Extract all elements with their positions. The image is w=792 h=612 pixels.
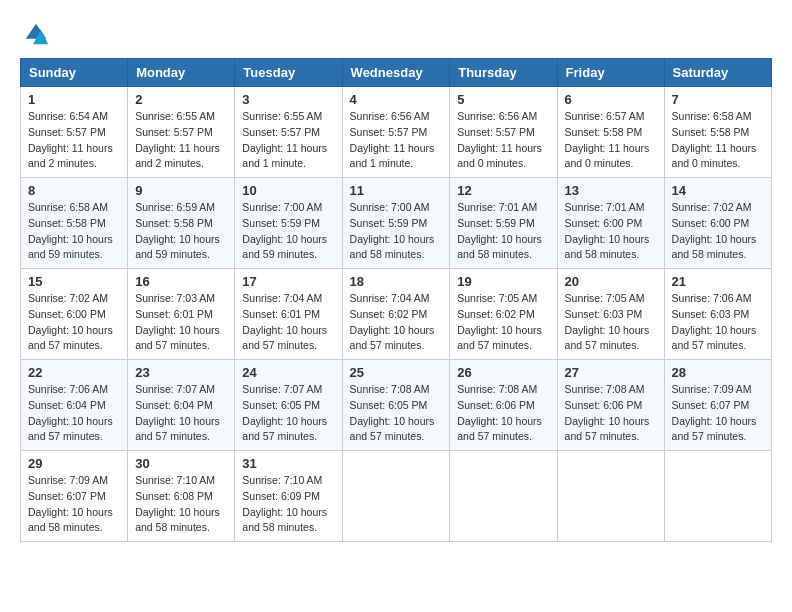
day-info: Sunrise: 7:08 AMSunset: 6:06 PMDaylight:… — [565, 383, 650, 442]
day-number: 17 — [242, 274, 334, 289]
day-number: 15 — [28, 274, 120, 289]
calendar-cell-2: 2 Sunrise: 6:55 AMSunset: 5:57 PMDayligh… — [128, 87, 235, 178]
day-info: Sunrise: 6:59 AMSunset: 5:58 PMDaylight:… — [135, 201, 220, 260]
logo — [20, 20, 50, 48]
day-info: Sunrise: 7:10 AMSunset: 6:09 PMDaylight:… — [242, 474, 327, 533]
day-info: Sunrise: 6:56 AMSunset: 5:57 PMDaylight:… — [350, 110, 435, 169]
calendar-cell-28: 28 Sunrise: 7:09 AMSunset: 6:07 PMDaylig… — [664, 360, 771, 451]
day-info: Sunrise: 7:04 AMSunset: 6:01 PMDaylight:… — [242, 292, 327, 351]
page-header — [20, 20, 772, 48]
calendar-cell-7: 7 Sunrise: 6:58 AMSunset: 5:58 PMDayligh… — [664, 87, 771, 178]
day-number: 29 — [28, 456, 120, 471]
calendar-cell-16: 16 Sunrise: 7:03 AMSunset: 6:01 PMDaylig… — [128, 269, 235, 360]
calendar-table: SundayMondayTuesdayWednesdayThursdayFrid… — [20, 58, 772, 542]
day-info: Sunrise: 7:09 AMSunset: 6:07 PMDaylight:… — [672, 383, 757, 442]
day-number: 12 — [457, 183, 549, 198]
day-info: Sunrise: 7:10 AMSunset: 6:08 PMDaylight:… — [135, 474, 220, 533]
day-number: 23 — [135, 365, 227, 380]
empty-cell — [342, 451, 450, 542]
day-number: 8 — [28, 183, 120, 198]
calendar-cell-5: 5 Sunrise: 6:56 AMSunset: 5:57 PMDayligh… — [450, 87, 557, 178]
calendar-cell-26: 26 Sunrise: 7:08 AMSunset: 6:06 PMDaylig… — [450, 360, 557, 451]
day-number: 7 — [672, 92, 764, 107]
weekday-saturday: Saturday — [664, 59, 771, 87]
calendar-cell-30: 30 Sunrise: 7:10 AMSunset: 6:08 PMDaylig… — [128, 451, 235, 542]
day-number: 22 — [28, 365, 120, 380]
day-number: 16 — [135, 274, 227, 289]
calendar-cell-4: 4 Sunrise: 6:56 AMSunset: 5:57 PMDayligh… — [342, 87, 450, 178]
day-info: Sunrise: 6:55 AMSunset: 5:57 PMDaylight:… — [242, 110, 327, 169]
day-info: Sunrise: 7:01 AMSunset: 6:00 PMDaylight:… — [565, 201, 650, 260]
day-info: Sunrise: 6:58 AMSunset: 5:58 PMDaylight:… — [28, 201, 113, 260]
day-number: 18 — [350, 274, 443, 289]
calendar-week-0: 1 Sunrise: 6:54 AMSunset: 5:57 PMDayligh… — [21, 87, 772, 178]
day-info: Sunrise: 6:58 AMSunset: 5:58 PMDaylight:… — [672, 110, 757, 169]
day-number: 5 — [457, 92, 549, 107]
weekday-wednesday: Wednesday — [342, 59, 450, 87]
day-info: Sunrise: 7:03 AMSunset: 6:01 PMDaylight:… — [135, 292, 220, 351]
day-number: 26 — [457, 365, 549, 380]
weekday-thursday: Thursday — [450, 59, 557, 87]
calendar-cell-29: 29 Sunrise: 7:09 AMSunset: 6:07 PMDaylig… — [21, 451, 128, 542]
weekday-friday: Friday — [557, 59, 664, 87]
day-number: 13 — [565, 183, 657, 198]
weekday-sunday: Sunday — [21, 59, 128, 87]
day-number: 28 — [672, 365, 764, 380]
calendar-cell-10: 10 Sunrise: 7:00 AMSunset: 5:59 PMDaylig… — [235, 178, 342, 269]
day-info: Sunrise: 7:07 AMSunset: 6:04 PMDaylight:… — [135, 383, 220, 442]
day-number: 4 — [350, 92, 443, 107]
day-number: 14 — [672, 183, 764, 198]
day-number: 2 — [135, 92, 227, 107]
day-info: Sunrise: 7:00 AMSunset: 5:59 PMDaylight:… — [242, 201, 327, 260]
calendar-cell-11: 11 Sunrise: 7:00 AMSunset: 5:59 PMDaylig… — [342, 178, 450, 269]
calendar-cell-13: 13 Sunrise: 7:01 AMSunset: 6:00 PMDaylig… — [557, 178, 664, 269]
day-number: 30 — [135, 456, 227, 471]
day-number: 11 — [350, 183, 443, 198]
day-number: 25 — [350, 365, 443, 380]
calendar-week-4: 29 Sunrise: 7:09 AMSunset: 6:07 PMDaylig… — [21, 451, 772, 542]
calendar-week-3: 22 Sunrise: 7:06 AMSunset: 6:04 PMDaylig… — [21, 360, 772, 451]
calendar-body: 1 Sunrise: 6:54 AMSunset: 5:57 PMDayligh… — [21, 87, 772, 542]
day-number: 1 — [28, 92, 120, 107]
empty-cell — [557, 451, 664, 542]
weekday-monday: Monday — [128, 59, 235, 87]
day-info: Sunrise: 7:02 AMSunset: 6:00 PMDaylight:… — [28, 292, 113, 351]
day-number: 3 — [242, 92, 334, 107]
day-info: Sunrise: 7:05 AMSunset: 6:03 PMDaylight:… — [565, 292, 650, 351]
day-info: Sunrise: 7:01 AMSunset: 5:59 PMDaylight:… — [457, 201, 542, 260]
day-info: Sunrise: 7:05 AMSunset: 6:02 PMDaylight:… — [457, 292, 542, 351]
day-number: 20 — [565, 274, 657, 289]
calendar-cell-6: 6 Sunrise: 6:57 AMSunset: 5:58 PMDayligh… — [557, 87, 664, 178]
calendar-cell-23: 23 Sunrise: 7:07 AMSunset: 6:04 PMDaylig… — [128, 360, 235, 451]
calendar-cell-22: 22 Sunrise: 7:06 AMSunset: 6:04 PMDaylig… — [21, 360, 128, 451]
day-number: 31 — [242, 456, 334, 471]
day-number: 6 — [565, 92, 657, 107]
day-info: Sunrise: 7:00 AMSunset: 5:59 PMDaylight:… — [350, 201, 435, 260]
day-info: Sunrise: 7:07 AMSunset: 6:05 PMDaylight:… — [242, 383, 327, 442]
day-info: Sunrise: 7:04 AMSunset: 6:02 PMDaylight:… — [350, 292, 435, 351]
day-info: Sunrise: 7:08 AMSunset: 6:05 PMDaylight:… — [350, 383, 435, 442]
calendar-cell-27: 27 Sunrise: 7:08 AMSunset: 6:06 PMDaylig… — [557, 360, 664, 451]
calendar-cell-3: 3 Sunrise: 6:55 AMSunset: 5:57 PMDayligh… — [235, 87, 342, 178]
day-number: 27 — [565, 365, 657, 380]
day-number: 9 — [135, 183, 227, 198]
day-info: Sunrise: 6:57 AMSunset: 5:58 PMDaylight:… — [565, 110, 650, 169]
calendar-cell-19: 19 Sunrise: 7:05 AMSunset: 6:02 PMDaylig… — [450, 269, 557, 360]
day-info: Sunrise: 6:56 AMSunset: 5:57 PMDaylight:… — [457, 110, 542, 169]
calendar-week-1: 8 Sunrise: 6:58 AMSunset: 5:58 PMDayligh… — [21, 178, 772, 269]
calendar-cell-17: 17 Sunrise: 7:04 AMSunset: 6:01 PMDaylig… — [235, 269, 342, 360]
day-info: Sunrise: 7:06 AMSunset: 6:03 PMDaylight:… — [672, 292, 757, 351]
empty-cell — [450, 451, 557, 542]
day-info: Sunrise: 6:55 AMSunset: 5:57 PMDaylight:… — [135, 110, 220, 169]
day-info: Sunrise: 7:02 AMSunset: 6:00 PMDaylight:… — [672, 201, 757, 260]
calendar-week-2: 15 Sunrise: 7:02 AMSunset: 6:00 PMDaylig… — [21, 269, 772, 360]
day-info: Sunrise: 6:54 AMSunset: 5:57 PMDaylight:… — [28, 110, 113, 169]
calendar-cell-12: 12 Sunrise: 7:01 AMSunset: 5:59 PMDaylig… — [450, 178, 557, 269]
day-number: 19 — [457, 274, 549, 289]
calendar-cell-14: 14 Sunrise: 7:02 AMSunset: 6:00 PMDaylig… — [664, 178, 771, 269]
calendar-cell-15: 15 Sunrise: 7:02 AMSunset: 6:00 PMDaylig… — [21, 269, 128, 360]
day-number: 24 — [242, 365, 334, 380]
day-number: 10 — [242, 183, 334, 198]
calendar-cell-18: 18 Sunrise: 7:04 AMSunset: 6:02 PMDaylig… — [342, 269, 450, 360]
day-info: Sunrise: 7:08 AMSunset: 6:06 PMDaylight:… — [457, 383, 542, 442]
